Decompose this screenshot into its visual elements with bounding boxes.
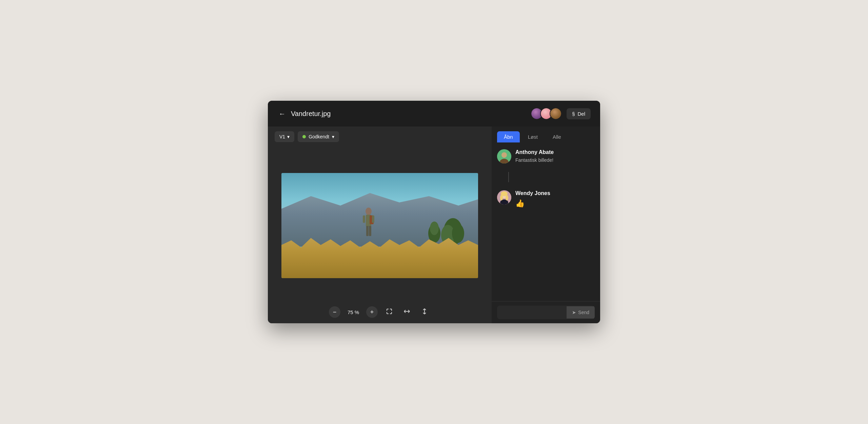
comment-avatar-1: [497, 149, 511, 163]
comment-author-1: Anthony Abate: [515, 149, 595, 155]
back-button[interactable]: ←: [277, 109, 287, 119]
status-label: Godkendt: [309, 134, 329, 139]
svg-point-7: [366, 208, 372, 215]
comment-body-2: Wendy Jones 👍: [515, 190, 595, 209]
svg-rect-11: [369, 226, 371, 236]
svg-point-6: [430, 221, 439, 235]
svg-rect-10: [366, 226, 369, 236]
person-figure: [360, 207, 377, 245]
tab-abn[interactable]: Åbn: [497, 131, 520, 142]
fit-width-icon: [403, 308, 410, 315]
message-input-row: ➤ Send: [497, 306, 595, 319]
main-content: V1 ▾ Godkendt ▾: [268, 127, 600, 323]
image-toolbar: V1 ▾ Godkendt ▾: [268, 127, 492, 147]
left-panel: V1 ▾ Godkendt ▾: [268, 127, 492, 323]
svg-rect-13: [372, 215, 374, 223]
header-left: ← Vandretur.jpg: [277, 109, 331, 119]
tab-lost[interactable]: Løst: [521, 131, 545, 142]
fullscreen-icon: [386, 308, 393, 315]
comment-thread-line: [508, 172, 509, 182]
image-scene: [281, 173, 478, 278]
avatar-group: [531, 108, 562, 120]
message-input[interactable]: [497, 306, 567, 319]
comment-body-1: Anthony Abate Fantastisk billede!: [515, 149, 595, 164]
svg-rect-12: [363, 215, 365, 223]
status-button[interactable]: Godkendt ▾: [298, 131, 339, 142]
send-icon: ➤: [572, 310, 576, 315]
send-label: Send: [578, 310, 589, 315]
tab-alle[interactable]: Alle: [546, 131, 568, 142]
zoom-out-button[interactable]: −: [329, 306, 340, 318]
image-container: [268, 147, 492, 301]
svg-point-21: [500, 195, 503, 200]
preview-image: [281, 173, 478, 278]
comment-item-2: Wendy Jones 👍: [497, 190, 595, 209]
comment-author-2: Wendy Jones: [515, 190, 595, 196]
comment-text-1: Fantastisk billede!: [515, 157, 595, 164]
comment-avatar-2: [497, 190, 511, 205]
header: ← Vandretur.jpg § Del: [268, 101, 600, 127]
comments-list: Anthony Abate Fantastisk billede!: [492, 142, 600, 301]
comment-item-1: Anthony Abate Fantastisk billede!: [497, 149, 595, 164]
status-chevron-icon: ▾: [332, 134, 334, 139]
svg-point-22: [506, 195, 508, 200]
comment-tabs: Åbn Løst Alle: [492, 127, 600, 142]
app-window: ← Vandretur.jpg § Del: [268, 101, 600, 323]
fit-height-icon: [421, 308, 428, 315]
version-label: V1: [279, 134, 285, 139]
status-dot: [302, 135, 306, 138]
fullscreen-button[interactable]: [383, 307, 395, 318]
share-icon: §: [572, 111, 575, 117]
avatar-face-2: [497, 190, 511, 205]
message-area: ➤ Send: [492, 301, 600, 323]
share-button[interactable]: § Del: [567, 108, 591, 119]
collaborator-avatar-3: [550, 108, 562, 120]
version-button[interactable]: V1 ▾: [275, 131, 294, 142]
version-chevron-icon: ▾: [287, 134, 290, 139]
zoom-level: 75 %: [346, 309, 361, 315]
file-title: Vandretur.jpg: [291, 110, 331, 118]
fit-width-button[interactable]: [401, 307, 413, 318]
fit-height-button[interactable]: [418, 307, 431, 318]
send-button[interactable]: ➤ Send: [567, 306, 595, 319]
zoom-controls: − 75 % +: [268, 301, 492, 323]
svg-point-15: [501, 152, 507, 158]
share-label: Del: [577, 111, 585, 117]
zoom-in-button[interactable]: +: [366, 306, 378, 318]
svg-point-3: [452, 224, 464, 243]
right-panel: Åbn Løst Alle Anthony Abate: [492, 127, 600, 323]
comment-emoji-2: 👍: [515, 198, 595, 209]
avatar-face-1: [497, 149, 511, 163]
header-right: § Del: [531, 108, 591, 120]
